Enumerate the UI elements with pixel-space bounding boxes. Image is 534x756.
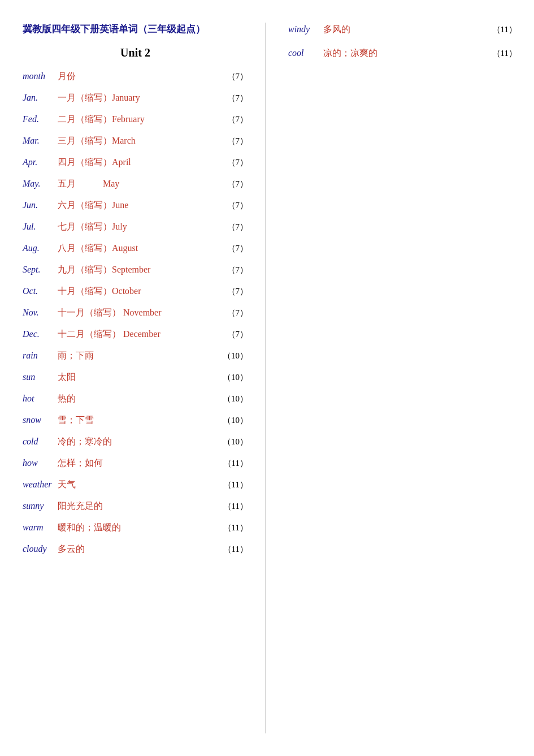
word-english: cloudy bbox=[23, 542, 58, 556]
page-number: （7） bbox=[220, 328, 248, 341]
word-chinese: 五月 May bbox=[58, 177, 220, 191]
page-number: （7） bbox=[220, 285, 248, 298]
left-vocab-row: weather天气（11） bbox=[23, 478, 248, 491]
page-number: （10） bbox=[220, 392, 248, 405]
word-chinese: 太阳 bbox=[58, 370, 220, 384]
word-chinese: 凉的；凉爽的 bbox=[323, 46, 489, 60]
word-chinese: 八月（缩写）August bbox=[58, 241, 220, 255]
word-english: Sept. bbox=[23, 263, 58, 277]
word-english: rain bbox=[23, 349, 58, 362]
left-vocab-row: rain雨；下雨（10） bbox=[23, 349, 248, 362]
word-chinese: 一月（缩写）January bbox=[58, 91, 220, 105]
right-column: windy多风的（11）cool凉的；凉爽的（11） bbox=[266, 23, 534, 733]
word-chinese: 雨；下雨 bbox=[58, 349, 220, 362]
word-english: windy bbox=[288, 23, 323, 36]
left-vocab-row: Mar.三月（缩写）March（7） bbox=[23, 134, 248, 148]
word-english: sun bbox=[23, 370, 58, 384]
page-number: （11） bbox=[489, 47, 517, 60]
word-chinese: 十月（缩写）October bbox=[58, 284, 220, 298]
left-vocab-row: Apr.四月（缩写）April（7） bbox=[23, 155, 248, 169]
right-vocab-list: windy多风的（11）cool凉的；凉爽的（11） bbox=[288, 23, 517, 60]
word-chinese: 十二月（缩写） December bbox=[58, 327, 220, 341]
page-number: （7） bbox=[220, 92, 248, 105]
word-chinese: 十一月（缩写） November bbox=[58, 306, 220, 319]
book-title: 冀教版四年级下册英语单词（三年级起点） bbox=[23, 23, 248, 36]
word-chinese: 多风的 bbox=[323, 23, 489, 36]
page-number: （11） bbox=[220, 457, 248, 470]
word-chinese: 热的 bbox=[58, 392, 220, 405]
left-vocab-row: Fed.二月（缩写）February（7） bbox=[23, 113, 248, 126]
page-number: （10） bbox=[220, 349, 248, 362]
word-english: May. bbox=[23, 177, 58, 191]
word-english: Oct. bbox=[23, 284, 58, 298]
word-chinese: 二月（缩写）February bbox=[58, 113, 220, 126]
word-english: cold bbox=[23, 435, 58, 448]
word-english: Apr. bbox=[23, 155, 58, 169]
page-number: （7） bbox=[220, 242, 248, 255]
word-chinese: 阳光充足的 bbox=[58, 499, 220, 513]
page-number: （11） bbox=[489, 23, 517, 36]
left-vocab-row: snow雪；下雪（10） bbox=[23, 413, 248, 427]
word-chinese: 六月（缩写）June bbox=[58, 198, 220, 212]
word-chinese: 九月（缩写）September bbox=[58, 263, 220, 277]
word-chinese: 七月（缩写）July bbox=[58, 220, 220, 234]
left-vocab-row: warm暖和的；温暖的（11） bbox=[23, 521, 248, 534]
right-vocab-row: windy多风的（11） bbox=[288, 23, 517, 36]
page-number: （7） bbox=[220, 221, 248, 234]
page-number: （7） bbox=[220, 306, 248, 319]
word-english: snow bbox=[23, 413, 58, 427]
word-english: how bbox=[23, 456, 58, 470]
word-english: sunny bbox=[23, 499, 58, 513]
page-number: （7） bbox=[220, 199, 248, 212]
page-number: （7） bbox=[220, 113, 248, 126]
page-number: （7） bbox=[220, 156, 248, 169]
page-number: （7） bbox=[220, 70, 248, 83]
word-chinese: 怎样；如何 bbox=[58, 456, 220, 470]
page-number: （11） bbox=[220, 478, 248, 491]
left-vocab-row: May.五月 May（7） bbox=[23, 177, 248, 191]
page-number: （7） bbox=[220, 178, 248, 191]
left-vocab-row: Jun.六月（缩写）June（7） bbox=[23, 198, 248, 212]
word-english: Dec. bbox=[23, 327, 58, 341]
left-vocab-row: Dec.十二月（缩写） December（7） bbox=[23, 327, 248, 341]
word-chinese: 天气 bbox=[58, 478, 220, 491]
left-vocab-row: Sept.九月（缩写）September（7） bbox=[23, 263, 248, 277]
word-chinese: 月份 bbox=[58, 70, 220, 83]
left-vocab-row: how怎样；如何（11） bbox=[23, 456, 248, 470]
page-number: （11） bbox=[220, 500, 248, 513]
word-english: Jun. bbox=[23, 198, 58, 212]
word-english: month bbox=[23, 70, 58, 83]
left-vocab-row: hot热的（10） bbox=[23, 392, 248, 405]
word-chinese: 冷的；寒冷的 bbox=[58, 435, 220, 448]
page-number: （10） bbox=[220, 435, 248, 448]
left-vocab-row: cloudy多云的（11） bbox=[23, 542, 248, 556]
word-english: Jul. bbox=[23, 220, 58, 234]
right-vocab-row: cool凉的；凉爽的（11） bbox=[288, 46, 517, 60]
word-english: hot bbox=[23, 392, 58, 405]
word-chinese: 三月（缩写）March bbox=[58, 134, 220, 148]
left-vocab-row: sun太阳（10） bbox=[23, 370, 248, 384]
word-english: Mar. bbox=[23, 134, 58, 148]
page: 冀教版四年级下册英语单词（三年级起点） Unit 2 month月份（7）Jan… bbox=[0, 0, 534, 756]
word-english: weather bbox=[23, 478, 58, 491]
word-english: warm bbox=[23, 521, 58, 534]
word-english: Aug. bbox=[23, 241, 58, 255]
word-chinese: 四月（缩写）April bbox=[58, 155, 220, 169]
page-number: （11） bbox=[220, 543, 248, 556]
left-vocab-row: Jul.七月（缩写）July（7） bbox=[23, 220, 248, 234]
word-english: Nov. bbox=[23, 306, 58, 319]
left-vocab-row: month月份（7） bbox=[23, 70, 248, 83]
left-vocab-row: cold冷的；寒冷的（10） bbox=[23, 435, 248, 448]
left-vocab-row: Jan.一月（缩写）January（7） bbox=[23, 91, 248, 105]
word-english: Fed. bbox=[23, 113, 58, 126]
word-chinese: 多云的 bbox=[58, 542, 220, 556]
unit-title: Unit 2 bbox=[23, 46, 248, 59]
word-chinese: 雪；下雪 bbox=[58, 413, 220, 427]
left-vocab-list: month月份（7）Jan.一月（缩写）January（7）Fed.二月（缩写）… bbox=[23, 70, 248, 556]
page-number: （7） bbox=[220, 263, 248, 277]
word-english: cool bbox=[288, 46, 323, 60]
left-column: 冀教版四年级下册英语单词（三年级起点） Unit 2 month月份（7）Jan… bbox=[0, 23, 266, 733]
word-chinese: 暖和的；温暖的 bbox=[58, 521, 220, 534]
left-vocab-row: Aug.八月（缩写）August（7） bbox=[23, 241, 248, 255]
page-number: （11） bbox=[220, 521, 248, 534]
